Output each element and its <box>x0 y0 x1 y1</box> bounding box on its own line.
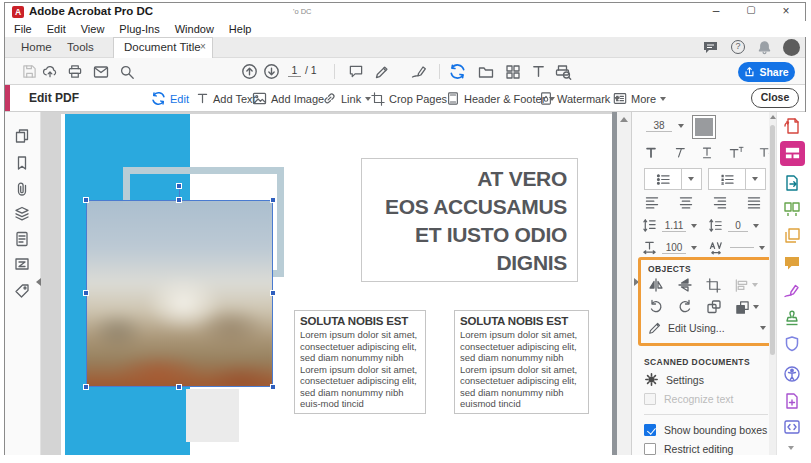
page-gray-block[interactable] <box>186 389 239 442</box>
heading-text-block[interactable]: AT VERO EOS ACCUSAMUS ET IUSTO ODIO DIGN… <box>361 158 578 282</box>
print-icon[interactable] <box>66 63 83 80</box>
replace-image-icon[interactable] <box>706 299 722 315</box>
resize-handle-s[interactable] <box>176 384 182 390</box>
menu-view[interactable]: View <box>81 23 105 35</box>
paragraph-spacing-control[interactable]: 0 <box>708 218 759 233</box>
cloud-upload-icon[interactable] <box>41 63 58 80</box>
rotate-clockwise-icon[interactable] <box>677 299 693 315</box>
scan-search-icon[interactable] <box>555 63 572 80</box>
menu-window[interactable]: Window <box>175 23 214 35</box>
arrange-dropdown[interactable] <box>735 300 759 315</box>
pdf-page[interactable]: AT VERO EOS ACCUSAMUS ET IUSTO ODIO DIGN… <box>61 114 612 455</box>
rotation-handle[interactable] <box>176 183 182 189</box>
add-text-quick-icon[interactable] <box>530 63 547 80</box>
page-number-input[interactable]: 1 <box>288 64 301 77</box>
document-scrollbar[interactable] <box>617 112 631 455</box>
rotate-counterclockwise-icon[interactable] <box>648 299 664 315</box>
fill-sign-pen-icon[interactable] <box>411 63 428 80</box>
edit-tool-button[interactable]: Edit <box>151 85 189 112</box>
horizontal-scale-control[interactable]: 100 <box>642 240 697 255</box>
share-button[interactable]: Share <box>738 62 795 82</box>
embed-code-icon[interactable] <box>783 419 801 437</box>
accessibility-icon[interactable] <box>783 365 801 383</box>
annotate-pencil-icon[interactable] <box>373 63 390 80</box>
edit-pdf-tool-active[interactable] <box>780 141 805 166</box>
close-window-button[interactable]: × <box>775 4 797 18</box>
font-size-dropdown[interactable]: 38 <box>646 120 684 132</box>
align-center-icon[interactable] <box>678 196 694 209</box>
close-edit-button[interactable]: Close <box>751 88 799 108</box>
attachments-paperclip-icon[interactable] <box>14 181 30 197</box>
line-spacing-control[interactable]: 1.11 <box>642 218 697 233</box>
bell-icon[interactable] <box>757 40 772 55</box>
organize-pages-icon[interactable] <box>504 63 521 80</box>
comment-tool-icon[interactable] <box>783 254 801 272</box>
menu-plugins[interactable]: Plug-Ins <box>119 23 159 35</box>
resize-handle-w[interactable] <box>83 290 89 296</box>
stamp-tool-icon[interactable] <box>783 310 801 328</box>
fill-sign-tool-icon[interactable] <box>783 282 801 300</box>
protect-shield-icon[interactable] <box>783 335 801 353</box>
align-justify-icon[interactable] <box>746 196 762 209</box>
open-folder-icon[interactable] <box>477 63 494 80</box>
resize-handle-ne[interactable] <box>270 197 276 203</box>
edit-pdf-quick-icon[interactable] <box>449 63 466 80</box>
edit-using-button[interactable]: Edit Using... <box>648 321 766 335</box>
menu-edit[interactable]: Edit <box>47 23 66 35</box>
resize-handle-n[interactable] <box>176 197 182 203</box>
menu-help[interactable]: Help <box>229 23 252 35</box>
comment-icon[interactable] <box>347 63 364 80</box>
notifications-bubble-icon[interactable] <box>703 41 718 53</box>
align-left-icon[interactable] <box>644 196 660 209</box>
search-icon[interactable] <box>118 63 135 80</box>
selected-image[interactable] <box>86 200 273 387</box>
numbered-list-dropdown[interactable] <box>708 168 766 190</box>
layers-icon[interactable] <box>14 206 30 222</box>
bold-icon[interactable] <box>644 145 658 160</box>
email-icon[interactable] <box>92 63 109 80</box>
italic-icon[interactable] <box>672 145 686 160</box>
add-text-button[interactable]: Add Text <box>196 85 256 112</box>
maximize-button[interactable]: ▢ <box>740 4 762 15</box>
crop-pages-button[interactable]: Crop Pages <box>371 85 447 112</box>
flip-horizontal-icon[interactable] <box>677 277 693 293</box>
resize-handle-e[interactable] <box>270 290 276 296</box>
page-thumbnails-icon[interactable] <box>14 128 30 144</box>
content-page-icon[interactable] <box>14 231 30 247</box>
create-pdf-icon[interactable] <box>783 117 801 135</box>
tab-home[interactable]: Home <box>21 41 52 53</box>
text-column-1[interactable]: SOLUTA NOBIS EST Lorem ipsum dolor sit a… <box>294 310 426 414</box>
organize-pages-tool-icon[interactable] <box>783 200 801 218</box>
bookmarks-icon[interactable] <box>14 155 30 171</box>
resize-handle-nw[interactable] <box>83 197 89 203</box>
add-image-button[interactable]: Add Image <box>252 85 324 112</box>
previous-page-icon[interactable] <box>241 63 258 80</box>
align-right-icon[interactable] <box>712 196 728 209</box>
recognize-text-checkbox[interactable] <box>644 393 656 405</box>
restrict-editing-checkbox[interactable] <box>644 443 656 455</box>
tab-document[interactable]: Document Title × <box>113 37 213 58</box>
menu-file[interactable]: File <box>14 23 32 35</box>
watermark-button[interactable]: Watermark <box>539 85 620 112</box>
underline-icon[interactable] <box>700 145 714 160</box>
export-pdf-icon[interactable] <box>783 174 801 192</box>
document-tab-close-icon[interactable]: × <box>200 41 206 52</box>
panel-scrollbar[interactable] <box>769 112 776 455</box>
avatar[interactable] <box>783 39 800 56</box>
settings-button[interactable]: Settings <box>644 372 704 387</box>
next-page-icon[interactable] <box>263 63 280 80</box>
tags-icon[interactable] <box>14 283 30 299</box>
more-tools-chevron-icon[interactable] <box>788 446 794 450</box>
minimize-button[interactable]: – <box>705 4 727 18</box>
help-icon[interactable]: ? <box>731 40 745 54</box>
flip-vertical-icon[interactable] <box>648 277 664 293</box>
more-button[interactable]: More <box>613 85 666 112</box>
font-color-swatch[interactable] <box>692 115 716 139</box>
bullet-list-dropdown[interactable] <box>644 168 702 190</box>
show-bounding-boxes-checkbox[interactable] <box>644 424 656 436</box>
superscript-icon[interactable] <box>728 145 744 160</box>
align-objects-dropdown[interactable] <box>734 278 758 293</box>
resize-handle-se[interactable] <box>270 384 276 390</box>
tab-tools[interactable]: Tools <box>67 41 94 53</box>
combine-files-icon[interactable] <box>783 227 801 245</box>
